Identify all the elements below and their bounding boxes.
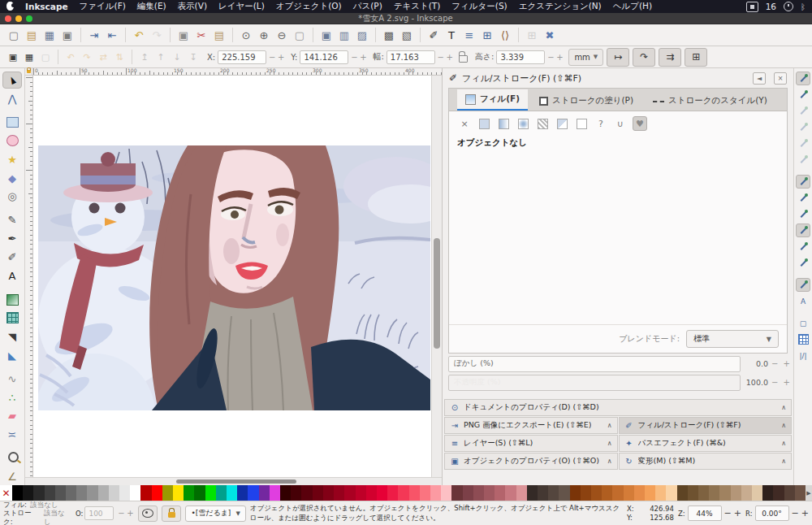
rotate-cw-button[interactable]: ↷ [79,49,95,65]
measure-tool[interactable]: ∠ [2,468,22,485]
palette-swatch-50[interactable] [548,485,559,501]
xml-editor-button[interactable]: ⟨⟩ [496,27,514,43]
fill-rule-nonzero-button[interactable]: ♥ [633,116,647,131]
palette-swatch-39[interactable] [430,485,441,501]
palette-swatch-47[interactable] [516,485,527,501]
document-properties-dialog-button[interactable]: ⊞ [478,27,496,43]
horizontal-scrollbar-thumb[interactable] [176,479,296,484]
unknown-paint-button[interactable] [574,116,589,131]
mesh-gradient-tool[interactable] [2,310,22,327]
text-dialog-button[interactable]: T [443,27,460,43]
dock-png-export[interactable]: ⇥PNG 画像にエクスポート(E) (⇧⌘E)∧ [444,417,618,434]
x-decrement[interactable]: − [268,53,276,62]
unlink-clone-button[interactable]: ▨ [353,27,371,43]
palette-swatch-57[interactable] [624,485,634,501]
palette-swatch-29[interactable] [323,485,334,501]
pen-tool[interactable]: ✒ [2,230,22,247]
pattern-button[interactable] [535,116,550,131]
eraser-tool[interactable]: ▰ [2,408,22,425]
rotation-field[interactable]: 0.00° [755,505,789,521]
text-tool[interactable]: A [2,267,22,284]
palette-swatch-44[interactable] [484,485,495,501]
palette-swatch-66[interactable] [719,485,730,501]
snap-enabled-toggle[interactable] [796,72,810,85]
deselect-button[interactable]: ▢ [37,49,54,65]
snap-smooth-nodes-toggle[interactable] [796,223,810,237]
dock-transform[interactable]: ↻変形(M) (⇧⌘M)∧ [619,453,793,470]
tab-fill[interactable]: フィル(F) [457,89,528,111]
palette-swatch-13[interactable] [152,485,162,501]
spray-tool[interactable]: ∴ [2,389,22,406]
palette-swatch-3[interactable] [45,485,55,501]
palette-swatch-64[interactable] [698,485,709,501]
palette-swatch-62[interactable] [677,485,688,501]
palette-swatch-34[interactable] [377,485,387,501]
palette-swatch-6[interactable] [76,485,87,501]
palette-swatch-38[interactable] [420,485,430,501]
palette-swatch-18[interactable] [205,485,216,501]
width-decrement[interactable]: − [437,53,445,62]
palette-swatch-65[interactable] [709,485,719,501]
palette-swatch-32[interactable] [356,485,366,501]
panel-close-button[interactable]: × [774,72,787,85]
lock-ratio-icon[interactable] [459,55,468,63]
swatch-button[interactable] [555,116,569,131]
palette-swatch-43[interactable] [473,485,484,501]
preferences-button[interactable]: ✖ [541,27,559,43]
flat-color-button[interactable] [477,116,491,131]
opacity-field-decrement[interactable]: − [117,509,125,518]
select-all-layers-button[interactable]: ▦ [21,49,37,65]
box3d-tool[interactable]: ◆ [2,170,22,187]
ellipse-tool[interactable] [2,132,22,150]
blur-increment[interactable]: + [783,359,789,368]
height-increment[interactable]: + [555,53,564,62]
horizontal-scrollbar[interactable] [25,477,442,485]
fit-selection-button[interactable]: ▢ [291,27,309,43]
palette-swatch-17[interactable] [194,485,205,501]
palette-swatch-53[interactable] [581,485,591,501]
snap-bbox-centers-toggle[interactable] [796,153,810,167]
palette-swatch-61[interactable] [666,485,676,501]
width-increment[interactable]: + [446,53,454,62]
group-button[interactable]: ▩ [380,27,398,43]
fill-stroke-indicator[interactable]: フィル:該当なし ストローク:該当なし [3,501,71,525]
palette-swatch-9[interactable] [109,485,119,501]
menu-item-1[interactable]: 編集(E) [137,1,166,12]
minimize-window-button[interactable] [15,15,22,22]
bluetooth-icon[interactable]: ᛒ [801,2,806,11]
snap-bbox-edge-midpoints-toggle[interactable] [796,137,810,150]
layers-dialog-button[interactable]: ≡ [460,27,478,43]
zoom-selection-button[interactable]: ⊖ [273,27,291,43]
select-all-button[interactable]: ▣ [5,49,21,65]
y-decrement[interactable]: − [350,53,358,62]
rectangle-tool[interactable] [2,114,22,131]
move-patterns-toggle[interactable]: ⊞ [685,48,707,67]
snap-rotation-centers-toggle[interactable] [796,278,810,292]
zoom-decrement[interactable]: − [724,508,732,518]
palette-swatch-37[interactable] [409,485,420,501]
star-tool[interactable]: ★ [2,151,22,168]
dock-object-properties[interactable]: ▣オブジェクトのプロパティ(O) (⇧⌘O)∧ [444,453,618,470]
palette-swatch-41[interactable] [451,485,462,501]
palette-swatch-68[interactable] [741,485,752,501]
palette-swatch-54[interactable] [591,485,602,501]
palette-swatch-1[interactable] [23,485,33,501]
palette-swatch-22[interactable] [248,485,258,501]
flip-horizontal-button[interactable]: ⇄ [95,49,111,65]
palette-swatch-11[interactable] [130,485,140,501]
paint-bucket-tool[interactable]: ◣ [2,347,22,364]
palette-swatch-31[interactable] [344,485,355,501]
palette-swatch-49[interactable] [538,485,548,501]
palette-swatch-12[interactable] [140,485,151,501]
current-layer-dropdown[interactable]: •[雪だるま] ▼ [185,505,245,522]
palette-swatch-26[interactable] [291,485,301,501]
linear-gradient-button[interactable] [496,116,511,131]
opacity-value[interactable]: 100.0 [744,378,768,387]
layer-lock-button[interactable] [162,505,181,522]
no-paint-button[interactable]: × [457,116,472,131]
tab-stroke-style[interactable]: ストロークのスタイル(Y) [645,91,775,111]
rotate-ccw-button[interactable]: ↶ [63,49,79,65]
menu-item-2[interactable]: 表示(V) [178,1,207,12]
palette-swatch-5[interactable] [66,485,76,501]
ruler-corner[interactable] [25,68,32,76]
